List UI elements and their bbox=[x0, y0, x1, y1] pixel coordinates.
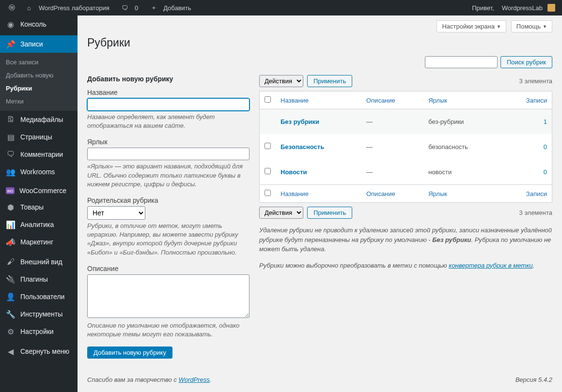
apply-button-bottom[interactable]: Применить bbox=[307, 207, 352, 219]
select-all-bottom[interactable] bbox=[265, 190, 271, 196]
submenu-tags[interactable]: Метки bbox=[0, 95, 78, 108]
page-title: Рубрики bbox=[87, 36, 552, 49]
submenu-posts: Все записи Добавить новую Рубрики Метки bbox=[0, 53, 78, 111]
slug-help: «Ярлык» — это вариант названия, подходящ… bbox=[87, 162, 250, 189]
parent-label: Родительская рубрика bbox=[87, 196, 250, 204]
category-desc: — bbox=[361, 109, 423, 134]
submenu-all-posts[interactable]: Все записи bbox=[0, 56, 78, 69]
items-count-bottom: 3 элемента bbox=[519, 209, 552, 216]
menu-products[interactable]: ⬢Товары bbox=[0, 198, 78, 216]
category-slug: новости bbox=[423, 159, 502, 184]
posts-count-link[interactable]: 1 bbox=[544, 118, 547, 125]
avatar-icon bbox=[547, 4, 555, 12]
home-icon: ⌂ bbox=[24, 3, 34, 13]
menu-media[interactable]: 🖻Медиафайлы bbox=[0, 111, 78, 128]
plug-icon: 🔌 bbox=[6, 274, 16, 284]
footer: Спасибо вам за творчество с WordPress. В… bbox=[78, 367, 562, 392]
menu-analytics[interactable]: 📊Аналитика bbox=[0, 216, 78, 233]
menu-settings[interactable]: ⚙Настройки bbox=[0, 323, 78, 340]
search-button[interactable]: Поиск рубрик bbox=[500, 56, 552, 68]
menu-appearance[interactable]: 🖌Внешний вид bbox=[0, 253, 78, 271]
chevron-left-icon: ◀ bbox=[6, 347, 16, 356]
menu-dashboard[interactable]: ◉Консоль bbox=[0, 15, 78, 33]
admin-toolbar: ⓦ ⌂WordPress лаборатория 🗨0 ＋Добавить Пр… bbox=[0, 0, 562, 15]
search-input[interactable] bbox=[425, 56, 498, 68]
admin-menu: ◉Консоль 📌Записи Все записи Добавить нов… bbox=[0, 15, 78, 392]
parent-help: Рубрики, в отличие от меток, могут иметь… bbox=[87, 222, 250, 257]
chart-icon: 📊 bbox=[6, 220, 16, 229]
desc-textarea[interactable] bbox=[87, 274, 250, 318]
table-row: Новости—новости0 bbox=[260, 159, 552, 184]
menu-users[interactable]: 👤Пользователи bbox=[0, 288, 78, 305]
row-checkbox[interactable] bbox=[265, 168, 271, 174]
col-name[interactable]: Название bbox=[276, 91, 361, 109]
category-slug: безопасность bbox=[423, 134, 502, 159]
slug-label: Ярлык bbox=[87, 138, 250, 146]
category-name-link[interactable]: Безопасность bbox=[281, 143, 324, 151]
desc-help: Описание по умолчанию не отображается, о… bbox=[87, 321, 250, 339]
wordpress-link[interactable]: WordPress bbox=[179, 376, 210, 383]
col-name[interactable]: Название bbox=[276, 184, 361, 202]
name-label: Название bbox=[87, 89, 250, 96]
comment-icon: 🗨 bbox=[120, 3, 130, 13]
apply-button-top[interactable]: Применить bbox=[307, 75, 352, 87]
submenu-add-post[interactable]: Добавить новую bbox=[0, 69, 78, 82]
dashboard-icon: ◉ bbox=[6, 19, 16, 29]
menu-tools[interactable]: 🔧Инструменты bbox=[0, 305, 78, 323]
menu-marketing[interactable]: 📣Маркетинг bbox=[0, 233, 78, 251]
col-posts[interactable]: Записи bbox=[503, 91, 552, 109]
menu-collapse[interactable]: ◀Свернуть меню bbox=[0, 343, 78, 360]
wordpress-icon: ⓦ bbox=[7, 3, 16, 13]
category-name-link[interactable]: Новости bbox=[281, 168, 307, 176]
menu-comments[interactable]: 🗨Комментарии bbox=[0, 146, 78, 163]
help-button[interactable]: Помощь ▼ bbox=[511, 20, 552, 32]
site-link[interactable]: ⌂WordPress лаборатория bbox=[21, 3, 115, 13]
col-desc[interactable]: Описание bbox=[361, 184, 423, 202]
converter-link[interactable]: конвертера рубрик в метки bbox=[449, 262, 532, 269]
table-row: Без рубрики—без-рубрики1 bbox=[260, 109, 552, 134]
menu-workrooms[interactable]: 👥Workrooms bbox=[0, 163, 78, 181]
table-row: Безопасность—безопасность0 bbox=[260, 134, 552, 159]
group-icon: 👥 bbox=[6, 167, 16, 177]
bulk-action-select-bottom[interactable]: Действия bbox=[259, 207, 303, 219]
comments-link[interactable]: 🗨0 bbox=[117, 3, 144, 13]
add-new-label: Добавить bbox=[160, 4, 194, 12]
submit-button[interactable]: Добавить новую рубрику bbox=[87, 347, 172, 359]
menu-woocommerce[interactable]: woWooCommerce bbox=[0, 183, 78, 198]
submenu-categories[interactable]: Рубрики bbox=[0, 82, 78, 95]
screen-options-button[interactable]: Настройки экрана ▼ bbox=[437, 20, 506, 32]
sliders-icon: ⚙ bbox=[6, 327, 16, 336]
version: Версия 5.4.2 bbox=[515, 376, 552, 383]
delete-note: Удаление рубрики не приводит к удалению … bbox=[259, 226, 552, 254]
posts-count-link[interactable]: 0 bbox=[544, 143, 547, 151]
chevron-down-icon: ▼ bbox=[497, 24, 501, 29]
name-input[interactable] bbox=[87, 98, 250, 111]
bulk-action-select-top[interactable]: Действия bbox=[259, 75, 303, 87]
slug-input[interactable] bbox=[87, 148, 250, 160]
form-title: Добавить новую рубрику bbox=[87, 75, 250, 83]
plus-icon: ＋ bbox=[149, 3, 158, 13]
posts-count-link[interactable]: 0 bbox=[544, 168, 547, 176]
select-all-top[interactable] bbox=[265, 96, 271, 103]
pin-icon: 📌 bbox=[6, 39, 16, 49]
col-slug[interactable]: Ярлык bbox=[423, 184, 502, 202]
row-checkbox[interactable] bbox=[265, 143, 271, 149]
category-desc: — bbox=[361, 134, 423, 159]
media-icon: 🖻 bbox=[6, 115, 16, 124]
account-link[interactable]: Привет, WordpressLab bbox=[466, 4, 558, 12]
add-new-link[interactable]: ＋Добавить bbox=[146, 3, 197, 13]
menu-pages[interactable]: ▤Страницы bbox=[0, 128, 78, 146]
convert-note: Рубрики можно выборочно преобразовать в … bbox=[259, 261, 552, 271]
parent-select[interactable]: Нет bbox=[87, 206, 145, 220]
menu-posts[interactable]: 📌Записи bbox=[0, 35, 78, 53]
wp-logo[interactable]: ⓦ bbox=[4, 3, 19, 13]
category-name-link[interactable]: Без рубрики bbox=[281, 118, 319, 125]
col-desc[interactable]: Описание bbox=[361, 91, 423, 109]
menu-plugins[interactable]: 🔌Плагины bbox=[0, 271, 78, 288]
col-slug[interactable]: Ярлык bbox=[423, 91, 502, 109]
user-icon: 👤 bbox=[6, 292, 16, 302]
name-help: Название определяет, как элемент будет о… bbox=[87, 113, 250, 130]
col-posts[interactable]: Записи bbox=[503, 184, 552, 202]
brush-icon: 🖌 bbox=[6, 257, 16, 267]
wrench-icon: 🔧 bbox=[6, 309, 16, 319]
